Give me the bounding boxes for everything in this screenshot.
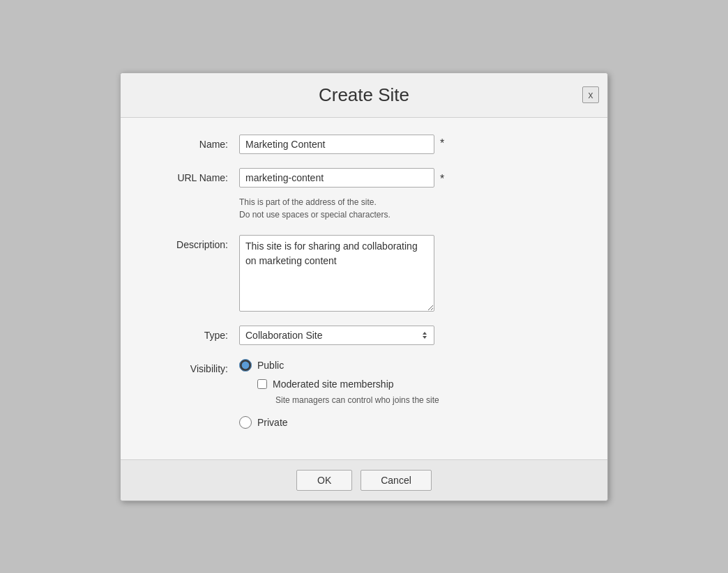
visibility-label: Visibility: bbox=[149, 359, 239, 374]
name-control-wrap: * bbox=[239, 135, 579, 154]
description-textarea[interactable] bbox=[239, 235, 434, 312]
description-label: Description: bbox=[149, 235, 239, 250]
url-hint-line2: Do not use spaces or special characters. bbox=[239, 208, 390, 221]
public-label: Public bbox=[257, 360, 284, 371]
url-name-label: URL Name: bbox=[149, 168, 239, 183]
type-control-wrap: Collaboration Site Document Workspace Te… bbox=[239, 326, 579, 345]
visibility-control-wrap: Public Moderated site membership Site ma… bbox=[239, 359, 579, 429]
type-label: Type: bbox=[149, 326, 239, 341]
close-button[interactable]: x bbox=[582, 86, 599, 103]
url-hint-line1: This is part of the address of the site. bbox=[239, 196, 390, 208]
visibility-radio-group: Public Moderated site membership Site ma… bbox=[239, 359, 439, 429]
dialog-footer: OK Cancel bbox=[121, 459, 607, 501]
private-radio[interactable] bbox=[239, 416, 252, 429]
dialog-title: Create Site bbox=[319, 84, 409, 106]
public-radio[interactable] bbox=[239, 359, 252, 372]
moderated-checkbox[interactable] bbox=[257, 379, 267, 389]
name-input[interactable] bbox=[239, 135, 434, 154]
dialog-header: Create Site x bbox=[121, 73, 607, 118]
description-row: Description: bbox=[149, 235, 579, 312]
url-hint: This is part of the address of the site.… bbox=[239, 196, 390, 221]
name-label: Name: bbox=[149, 135, 239, 150]
moderated-label: Moderated site membership bbox=[273, 379, 394, 390]
private-label: Private bbox=[257, 417, 288, 428]
name-required-star: * bbox=[440, 135, 444, 150]
url-required-star: * bbox=[440, 170, 444, 185]
cancel-button[interactable]: Cancel bbox=[361, 470, 432, 491]
type-select[interactable]: Collaboration Site Document Workspace Te… bbox=[239, 326, 434, 345]
url-input-row: * bbox=[239, 168, 444, 188]
url-name-control-wrap: * This is part of the address of the sit… bbox=[239, 168, 579, 221]
visibility-row: Visibility: Public Moderated site member… bbox=[149, 359, 579, 429]
type-row: Type: Collaboration Site Document Worksp… bbox=[149, 326, 579, 345]
create-site-dialog: Create Site x Name: * URL Name: * This i… bbox=[120, 72, 608, 501]
moderated-option: Moderated site membership bbox=[257, 379, 439, 390]
name-row: Name: * bbox=[149, 135, 579, 154]
dialog-body: Name: * URL Name: * This is part of the … bbox=[121, 118, 607, 459]
ok-button[interactable]: OK bbox=[296, 470, 352, 491]
private-option: Private bbox=[239, 416, 439, 429]
public-option: Public bbox=[239, 359, 439, 372]
description-control-wrap bbox=[239, 235, 579, 312]
url-name-input[interactable] bbox=[239, 168, 434, 188]
url-name-row: URL Name: * This is part of the address … bbox=[149, 168, 579, 221]
moderated-hint: Site managers can control who joins the … bbox=[275, 395, 439, 405]
